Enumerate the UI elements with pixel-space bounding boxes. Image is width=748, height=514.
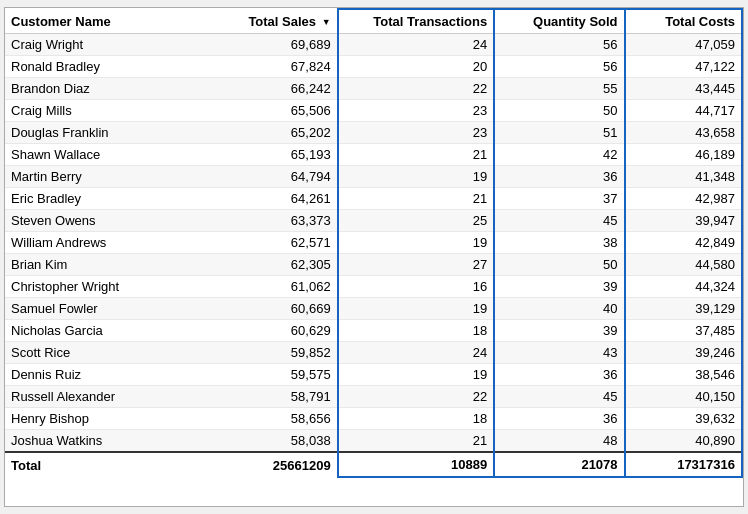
- cell-quantity: 56: [494, 56, 624, 78]
- cell-quantity: 45: [494, 210, 624, 232]
- cell-transactions: 23: [338, 100, 495, 122]
- footer-transactions: 10889: [338, 452, 495, 477]
- col-header-transactions[interactable]: Total Transactions: [338, 9, 495, 34]
- cell-costs: 37,485: [625, 320, 742, 342]
- cell-sales: 61,062: [220, 276, 337, 298]
- table-row: Dennis Ruiz59,575193638,546: [5, 364, 742, 386]
- cell-sales: 62,305: [220, 254, 337, 276]
- cell-name: Craig Wright: [5, 34, 220, 56]
- cell-transactions: 18: [338, 320, 495, 342]
- cell-transactions: 21: [338, 188, 495, 210]
- cell-sales: 66,242: [220, 78, 337, 100]
- cell-transactions: 25: [338, 210, 495, 232]
- cell-sales: 59,852: [220, 342, 337, 364]
- table-scroll-area[interactable]: Customer Name Total Sales ▼ Total Transa…: [5, 8, 743, 506]
- cell-transactions: 21: [338, 430, 495, 453]
- table-row: Joshua Watkins58,038214840,890: [5, 430, 742, 453]
- cell-name: Shawn Wallace: [5, 144, 220, 166]
- cell-sales: 69,689: [220, 34, 337, 56]
- cell-quantity: 38: [494, 232, 624, 254]
- cell-costs: 39,947: [625, 210, 742, 232]
- table-row: Samuel Fowler60,669194039,129: [5, 298, 742, 320]
- cell-costs: 38,546: [625, 364, 742, 386]
- sort-arrow-icon: ▼: [322, 17, 331, 27]
- col-header-quantity[interactable]: Quantity Sold: [494, 9, 624, 34]
- cell-name: Dennis Ruiz: [5, 364, 220, 386]
- cell-costs: 47,122: [625, 56, 742, 78]
- cell-transactions: 22: [338, 78, 495, 100]
- col-header-costs[interactable]: Total Costs: [625, 9, 742, 34]
- cell-costs: 47,059: [625, 34, 742, 56]
- cell-name: Nicholas Garcia: [5, 320, 220, 342]
- cell-transactions: 21: [338, 144, 495, 166]
- cell-transactions: 27: [338, 254, 495, 276]
- cell-name: Brian Kim: [5, 254, 220, 276]
- cell-costs: 41,348: [625, 166, 742, 188]
- cell-name: Joshua Watkins: [5, 430, 220, 453]
- cell-name: Douglas Franklin: [5, 122, 220, 144]
- cell-quantity: 36: [494, 364, 624, 386]
- table-row: Martin Berry64,794193641,348: [5, 166, 742, 188]
- cell-sales: 65,202: [220, 122, 337, 144]
- cell-transactions: 16: [338, 276, 495, 298]
- table-row: Brandon Diaz66,242225543,445: [5, 78, 742, 100]
- table-footer-row: Total 25661209 10889 21078 17317316: [5, 452, 742, 477]
- cell-costs: 43,445: [625, 78, 742, 100]
- cell-quantity: 42: [494, 144, 624, 166]
- cell-name: Eric Bradley: [5, 188, 220, 210]
- cell-sales: 59,575: [220, 364, 337, 386]
- cell-quantity: 36: [494, 408, 624, 430]
- table-row: Craig Mills65,506235044,717: [5, 100, 742, 122]
- col-header-sales[interactable]: Total Sales ▼: [220, 9, 337, 34]
- cell-transactions: 24: [338, 34, 495, 56]
- cell-sales: 58,038: [220, 430, 337, 453]
- footer-costs: 17317316: [625, 452, 742, 477]
- table-row: Russell Alexander58,791224540,150: [5, 386, 742, 408]
- cell-costs: 42,987: [625, 188, 742, 210]
- cell-quantity: 39: [494, 276, 624, 298]
- data-table: Customer Name Total Sales ▼ Total Transa…: [4, 7, 744, 507]
- table-row: Eric Bradley64,261213742,987: [5, 188, 742, 210]
- cell-sales: 64,794: [220, 166, 337, 188]
- cell-quantity: 37: [494, 188, 624, 210]
- cell-transactions: 19: [338, 232, 495, 254]
- table-row: Douglas Franklin65,202235143,658: [5, 122, 742, 144]
- cell-sales: 60,629: [220, 320, 337, 342]
- cell-transactions: 20: [338, 56, 495, 78]
- cell-sales: 60,669: [220, 298, 337, 320]
- cell-transactions: 19: [338, 298, 495, 320]
- cell-transactions: 19: [338, 364, 495, 386]
- cell-sales: 63,373: [220, 210, 337, 232]
- footer-quantity: 21078: [494, 452, 624, 477]
- table-row: Scott Rice59,852244339,246: [5, 342, 742, 364]
- cell-name: Brandon Diaz: [5, 78, 220, 100]
- cell-costs: 40,150: [625, 386, 742, 408]
- cell-quantity: 40: [494, 298, 624, 320]
- cell-sales: 64,261: [220, 188, 337, 210]
- col-header-name[interactable]: Customer Name: [5, 9, 220, 34]
- table-body: Craig Wright69,689245647,059Ronald Bradl…: [5, 34, 742, 453]
- footer-sales: 25661209: [220, 452, 337, 477]
- cell-costs: 46,189: [625, 144, 742, 166]
- cell-name: Steven Owens: [5, 210, 220, 232]
- cell-quantity: 45: [494, 386, 624, 408]
- table-row: Shawn Wallace65,193214246,189: [5, 144, 742, 166]
- cell-costs: 44,324: [625, 276, 742, 298]
- cell-costs: 40,890: [625, 430, 742, 453]
- cell-sales: 67,824: [220, 56, 337, 78]
- table-row: Henry Bishop58,656183639,632: [5, 408, 742, 430]
- table-row: Brian Kim62,305275044,580: [5, 254, 742, 276]
- cell-transactions: 24: [338, 342, 495, 364]
- table-row: William Andrews62,571193842,849: [5, 232, 742, 254]
- cell-quantity: 56: [494, 34, 624, 56]
- cell-name: Craig Mills: [5, 100, 220, 122]
- cell-costs: 42,849: [625, 232, 742, 254]
- cell-costs: 39,632: [625, 408, 742, 430]
- table-row: Nicholas Garcia60,629183937,485: [5, 320, 742, 342]
- cell-sales: 65,193: [220, 144, 337, 166]
- cell-costs: 44,717: [625, 100, 742, 122]
- cell-costs: 43,658: [625, 122, 742, 144]
- cell-costs: 44,580: [625, 254, 742, 276]
- cell-quantity: 48: [494, 430, 624, 453]
- cell-quantity: 51: [494, 122, 624, 144]
